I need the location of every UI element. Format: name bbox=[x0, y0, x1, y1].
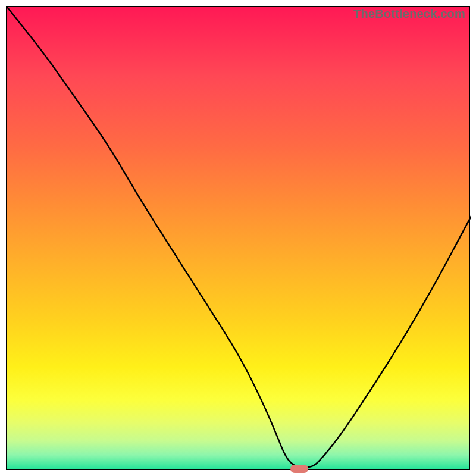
bottleneck-curve bbox=[7, 7, 471, 467]
bottleneck-chart: TheBottleneck.com bbox=[0, 0, 476, 476]
optimal-marker bbox=[290, 465, 308, 473]
watermark-text: TheBottleneck.com bbox=[353, 7, 465, 21]
plot-area bbox=[6, 6, 470, 470]
curve-layer bbox=[7, 7, 471, 471]
